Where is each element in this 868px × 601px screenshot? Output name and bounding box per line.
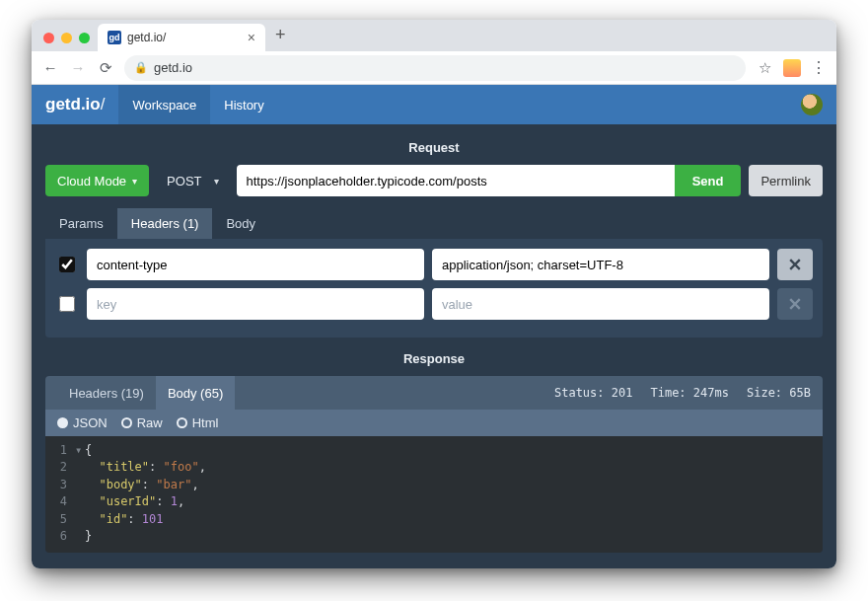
browser-tab[interactable]: gd getd.io/ × [98, 24, 265, 51]
close-icon [789, 259, 801, 270]
avatar[interactable] [801, 94, 823, 115]
radio-icon [57, 417, 68, 428]
minimize-window-icon[interactable] [61, 33, 72, 43]
tab-headers[interactable]: Headers (1) [117, 208, 213, 239]
header-nav: Workspace History [118, 85, 277, 124]
close-icon [789, 298, 801, 310]
lock-icon: 🔒 [134, 61, 148, 74]
request-url-input[interactable] [237, 165, 675, 196]
fold-icon[interactable]: ▾ [75, 442, 85, 459]
page-body: Request Cloud Mode ▾ POST ▾ Send Permlin… [32, 124, 836, 568]
response-meta: Status: 201 Time: 247ms Size: 65B [554, 386, 811, 400]
maximize-window-icon[interactable] [79, 33, 90, 43]
delete-header-button-disabled [777, 288, 813, 320]
line-number: 4 [45, 493, 75, 510]
brand-slash: / [101, 95, 106, 113]
response-tab-body[interactable]: Body (65) [156, 376, 235, 410]
tab-title: getd.io/ [127, 31, 166, 44]
address-url: getd.io [154, 60, 192, 75]
http-method-label: POST [167, 174, 201, 188]
format-label: JSON [73, 415, 108, 430]
line-number: 5 [45, 511, 75, 528]
format-label: Raw [137, 415, 163, 430]
header-enabled-checkbox[interactable] [55, 249, 79, 280]
header-value-input[interactable] [432, 249, 769, 280]
window-controls [39, 33, 98, 51]
request-controls: Cloud Mode ▾ POST ▾ Send Permlink [45, 165, 823, 196]
status-text: Status: 201 [554, 386, 633, 400]
header-key-input[interactable] [87, 249, 424, 280]
response-bar: Headers (19) Body (65) Status: 201 Time:… [45, 376, 823, 410]
app-header: getd.io/ Workspace History [32, 85, 836, 124]
tab-params[interactable]: Params [45, 208, 117, 239]
permlink-button[interactable]: Permlink [749, 165, 823, 196]
request-title: Request [45, 140, 823, 155]
nav-history[interactable]: History [210, 85, 277, 124]
format-label: Html [192, 415, 219, 430]
browser-tab-strip: gd getd.io/ × + [32, 20, 836, 51]
favicon-icon: gd [108, 31, 121, 44]
reload-icon[interactable]: ⟳ [97, 59, 114, 77]
new-tab-button[interactable]: + [265, 25, 296, 51]
line-number: 6 [45, 528, 75, 545]
header-row-empty [55, 288, 813, 320]
http-method-select[interactable]: POST ▾ [157, 165, 228, 196]
response-tabs: Headers (19) Body (65) [57, 376, 235, 410]
header-enabled-checkbox[interactable] [55, 288, 79, 320]
response-format-selector: JSON Raw Html [45, 410, 823, 436]
cloud-mode-label: Cloud Mode [57, 174, 126, 188]
response-body-code: 1▾{ 2 "title": "foo", 3 "body": "bar", 4… [45, 436, 823, 553]
back-icon[interactable]: ← [41, 59, 59, 76]
format-html[interactable]: Html [177, 415, 219, 430]
radio-icon [177, 417, 187, 428]
url-box: Send [237, 165, 742, 196]
star-icon[interactable]: ☆ [756, 59, 773, 77]
send-button[interactable]: Send [675, 165, 742, 196]
line-number: 3 [45, 477, 75, 493]
tab-body[interactable]: Body [212, 208, 269, 239]
header-row [55, 249, 813, 280]
chevron-down-icon: ▾ [132, 176, 137, 187]
kebab-menu-icon[interactable]: ⋮ [811, 58, 827, 77]
brand-text: getd.io [45, 95, 101, 113]
radio-icon [121, 417, 132, 428]
response-title: Response [45, 351, 823, 366]
nav-workspace[interactable]: Workspace [118, 85, 210, 124]
line-number: 2 [45, 459, 75, 476]
header-value-input[interactable] [432, 288, 769, 320]
header-key-input[interactable] [87, 288, 424, 320]
delete-header-button[interactable] [777, 249, 813, 280]
size-text: Size: 65B [747, 386, 811, 400]
profile-icon[interactable] [783, 59, 801, 77]
close-window-icon[interactable] [43, 33, 54, 43]
format-json[interactable]: JSON [57, 415, 108, 430]
close-tab-icon[interactable]: × [248, 30, 255, 45]
line-number: 1 [45, 442, 75, 459]
browser-chrome: gd getd.io/ × + ← → ⟳ 🔒 getd.io ☆ ⋮ [32, 20, 836, 85]
time-text: Time: 247ms [650, 386, 728, 400]
cloud-mode-button[interactable]: Cloud Mode ▾ [45, 165, 149, 196]
headers-panel [45, 239, 823, 338]
format-raw[interactable]: Raw [121, 415, 163, 430]
address-bar[interactable]: 🔒 getd.io [124, 55, 746, 81]
brand-logo[interactable]: getd.io/ [45, 95, 105, 114]
browser-window: gd getd.io/ × + ← → ⟳ 🔒 getd.io ☆ ⋮ getd… [32, 20, 836, 568]
browser-toolbar: ← → ⟳ 🔒 getd.io ☆ ⋮ [32, 51, 836, 85]
forward-icon[interactable]: → [69, 59, 87, 76]
chevron-down-icon: ▾ [214, 176, 219, 187]
request-tabs: Params Headers (1) Body [45, 208, 823, 239]
response-tab-headers[interactable]: Headers (19) [57, 376, 156, 410]
